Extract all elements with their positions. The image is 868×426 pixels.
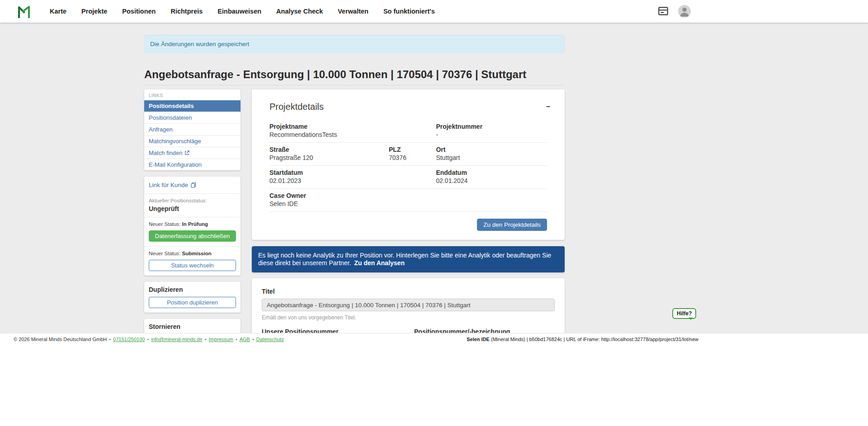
footer-phone-link[interactable]: 07151/250100 [113,337,145,342]
success-alert: Die Änderungen wurden gespeichert [144,35,565,53]
sidebar-item-match-finden[interactable]: Match finden [144,147,241,159]
separator: • [236,337,237,342]
plz-value: 70376 [389,154,436,162]
project-row-dates: Startdatum 02.01.2023 Enddatum 02.01.202… [269,166,547,189]
card-reader-icon[interactable] [657,5,669,17]
sidebar-item-positionsdateien[interactable]: Positionsdateien [144,112,241,123]
sidebar-item-email-konfiguration[interactable]: E-Mail Konfiguration [144,159,241,170]
app: Karte Projekte Positionen Richtpreis Ein… [0,0,868,426]
project-row-address: Straße Pragstraße 120 PLZ 70376 Ort Stut… [269,143,547,166]
analytics-banner: Es liegt noch keine Analytik zu Ihrer Po… [252,246,565,272]
status-card: Link für Kunde Aktueller Positionsstatus… [144,177,241,276]
content-column: Projektdetails − Projektname Recommendat… [252,89,565,333]
sidebar-links-card: LINKS Positionsdetails Positionsdateien … [144,89,241,170]
position-form-card: Titel Erhält den von uns vorgegebenen Ti… [252,278,565,333]
projektname-label: Projektname [269,123,436,131]
help-button[interactable]: Hilfe? [672,308,696,319]
footer-session-info: Selen IDE (Mineral Minds) | b50bd176824c… [467,337,698,342]
new-status-value: In Prüfung [182,221,208,227]
enddatum-label: Enddatum [436,169,547,177]
title-divider [144,85,565,85]
nav-positionen[interactable]: Positionen [122,8,156,15]
footer-impressum-link[interactable]: Impressum [208,337,233,342]
nav-analyse-check[interactable]: Analyse Check [276,8,323,15]
customer-link[interactable]: Link für Kunde [149,182,196,188]
project-details-button[interactable]: Zu den Projektdetails [477,219,547,231]
separator: • [109,337,111,342]
footer-user: Selen IDE [467,337,490,342]
case-owner-value: Selen IDE [269,200,547,208]
new-status-value: Submission [182,251,212,256]
mineral-minds-logo[interactable] [17,4,31,19]
titel-help: Erhält den von uns vorgegebenen Titel. [262,314,555,321]
page-title: Angebotsanfrage - Entsorgung | 10.000 To… [144,68,565,81]
analytics-link[interactable]: Zu den Analysen [354,259,405,267]
titel-label: Titel [262,288,555,295]
projektnummer-label: Projektnummer [436,123,547,131]
new-status-row: Neuer Status: In Prüfung [149,221,236,227]
nav-verwalten[interactable]: Verwalten [338,8,368,15]
ort-label: Ort [436,146,547,154]
sidebar-item-label: Positionsdetails [149,103,194,109]
nav-so-funktionierts[interactable]: So funktioniert's [383,8,435,15]
sidebar-item-label: Positionsdateien [149,114,192,121]
separator: • [147,337,149,342]
logo-m-icon [17,4,31,19]
top-navbar: Karte Projekte Positionen Richtpreis Ein… [0,0,868,23]
sidebar-item-anfragen[interactable]: Anfragen [144,123,241,135]
nav-richtpreis[interactable]: Richtpreis [170,8,203,15]
footer-copyright: © 2026 Mineral Minds Deutschland GmbH [14,337,107,342]
nav-karte[interactable]: Karte [50,8,66,15]
separator: • [252,337,254,342]
new-status-row: Neuer Status: Submission [149,251,236,256]
startdatum-value: 02.01.2023 [269,177,436,185]
complete-data-entry-button[interactable]: Datenerfassung abschließen [149,230,236,242]
nav-projekte[interactable]: Projekte [81,8,107,15]
strasse-value: Pragstraße 120 [269,154,389,162]
new-status-label: Neuer Status: [149,251,180,256]
project-row-name: Projektname RecommendationsTests Projekt… [269,120,547,143]
nav-einbauweisen[interactable]: Einbauweisen [217,8,261,15]
position-number-label: Positionsnummer/-bezeichnung [414,328,555,333]
sidebar-item-positionsdetails[interactable]: Positionsdetails [144,100,241,112]
duplicate-card: Duplizieren Position duplizieren [144,282,241,313]
sidebar-item-label: Matchingvorschläge [149,138,201,145]
separator: • [205,337,207,342]
new-status-label: Neuer Status: [149,221,180,227]
customer-link-label: Link für Kunde [149,182,188,188]
sidebar-item-label: Match finden [149,150,182,156]
collapse-icon[interactable]: − [546,103,550,110]
main-nav: Karte Projekte Positionen Richtpreis Ein… [50,8,657,15]
cancel-title: Stornieren [149,323,236,330]
footer-datenschutz-link[interactable]: Datenschutz [256,337,284,342]
cancel-card: Stornieren Stornieren▾ [144,319,241,333]
sidebar-item-label: Anfragen [149,126,173,133]
footer-email-link[interactable]: info@mineral-minds.de [151,337,202,342]
plz-label: PLZ [389,146,436,154]
project-details-card: Projektdetails − Projektname Recommendat… [252,89,565,240]
project-row-owner: Case Owner Selen IDE [269,189,547,212]
copy-icon [191,182,196,188]
links-header: LINKS [144,89,241,100]
duplicate-position-button[interactable]: Position duplizieren [149,297,236,308]
current-status-label: Aktueller Positionsstatus: [149,198,236,203]
ort-value: Stuttgart [436,154,547,162]
enddatum-value: 02.01.2024 [436,177,547,185]
startdatum-label: Startdatum [269,169,436,177]
footer: © 2026 Mineral Minds Deutschland GmbH • … [0,333,868,426]
footer-left: © 2026 Mineral Minds Deutschland GmbH • … [14,337,284,342]
current-status-value: Ungeprüft [149,205,236,212]
projektname-value: RecommendationsTests [269,131,436,139]
sidebar-item-label: E-Mail Konfiguration [149,161,202,168]
footer-agb-link[interactable]: AGB [240,337,250,342]
our-position-number-label: Unsere Positionsnummer [262,328,402,333]
main-content: Die Änderungen wurden gespeichert Angebo… [0,23,868,333]
duplicate-title: Duplizieren [149,286,236,293]
external-link-icon [184,150,189,155]
sidebar-item-matchingvorschlaege[interactable]: Matchingvorschläge [144,135,241,147]
titel-input [262,299,555,311]
strasse-label: Straße [269,146,389,154]
user-avatar[interactable] [678,5,691,18]
analytics-banner-text: Es liegt noch keine Analytik zu Ihrer Po… [258,252,551,267]
change-status-button[interactable]: Status wechseln [149,260,236,271]
